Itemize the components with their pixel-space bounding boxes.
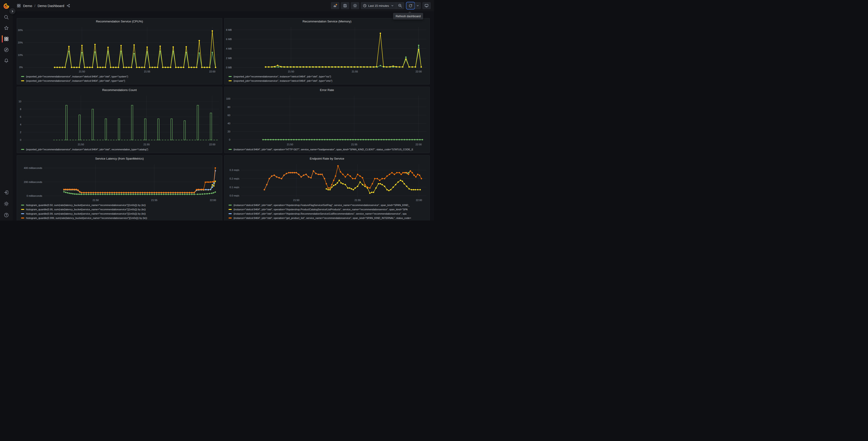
svg-text:21:55: 21:55 (151, 199, 157, 202)
sidebar-bottom-group (0, 190, 13, 218)
legend-item[interactable]: {instance="otelcol:9464", job="otel", op… (228, 203, 428, 207)
panel-title[interactable]: Service Latency (from SpanMetrics) (17, 155, 222, 162)
svg-text:0: 0 (20, 139, 21, 141)
chart-recommendation-cpu[interactable]: 0%10%20%30%21:5021:5522:00 (17, 25, 222, 74)
legend-label: {instance="otelcol:9464", job="otel", op… (234, 148, 413, 151)
svg-text:0 milliseconds: 0 milliseconds (27, 195, 42, 197)
svg-text:22:00: 22:00 (415, 143, 422, 146)
breadcrumb-root[interactable]: Demo (23, 4, 32, 8)
legend-swatch (228, 213, 232, 214)
svg-text:0.0 req/s: 0.0 req/s (230, 194, 239, 197)
legend-item[interactable]: histogram_quantile(0.50, sum(rate(latenc… (21, 203, 220, 207)
refresh-group (406, 2, 421, 9)
svg-text:20%: 20% (18, 41, 23, 44)
legend-item[interactable]: histogram_quantile(0.999, sum(rate(laten… (21, 216, 220, 220)
legend-item[interactable]: {exported_job="recommendationservice", i… (21, 79, 220, 83)
legend-label: {instance="otelcol:9464", job="otel", op… (234, 208, 408, 211)
legend-swatch (228, 209, 232, 210)
dashboard-settings-button[interactable] (351, 2, 359, 9)
help-icon (4, 212, 9, 217)
legend-label: {instance="otelcol:9464", job="otel", op… (234, 217, 411, 219)
svg-text:200 milliseconds: 200 milliseconds (24, 181, 42, 183)
legend: {instance="otelcol:9464", job="otel", op… (224, 147, 430, 153)
legend-item[interactable]: {exported_job="recommendationservice", i… (228, 74, 428, 79)
legend-label: {exported_job="recommendationservice", i… (234, 80, 332, 82)
legend-swatch (228, 217, 232, 218)
sidebar (0, 0, 13, 220)
svg-text:2: 2 (20, 131, 21, 134)
sidebar-item-sign-in[interactable] (0, 190, 13, 195)
refresh-tooltip: Refresh dashboard (393, 13, 423, 20)
legend-swatch (228, 76, 232, 77)
time-range-picker[interactable]: Last 15 minutes (361, 2, 396, 9)
sidebar-item-explore[interactable] (0, 47, 13, 53)
grafana-logo[interactable] (3, 3, 10, 9)
cycle-view-mode-button[interactable] (423, 2, 431, 9)
legend-item[interactable]: histogram_quantile(0.95, sum(rate(latenc… (21, 207, 220, 211)
sidebar-item-alerting[interactable] (0, 58, 13, 63)
sidebar-item-help[interactable] (0, 212, 13, 218)
sidebar-expand-button[interactable] (9, 8, 16, 14)
svg-text:21:50: 21:50 (93, 199, 99, 202)
apps-grid-icon[interactable] (17, 4, 21, 8)
legend-item[interactable]: histogram_quantile(0.99, sum(rate(latenc… (21, 211, 220, 216)
legend: {exported_job="recommendationservice", i… (17, 74, 222, 84)
refresh-interval-picker[interactable] (415, 2, 421, 9)
zoom-out-time-range-button[interactable] (396, 2, 404, 9)
time-picker-group: Last 15 minutes (361, 2, 404, 9)
add-panel-button[interactable] (331, 2, 339, 9)
svg-text:21:55: 21:55 (144, 70, 150, 73)
legend-item[interactable]: {instance="otelcol:9464", job="otel", op… (228, 147, 428, 151)
chart-service-latency[interactable]: 0 milliseconds200 milliseconds400 millis… (17, 162, 222, 202)
legend-item[interactable]: {instance="otelcol:9464", job="otel", op… (228, 216, 428, 220)
gear-icon (4, 201, 9, 206)
svg-text:100: 100 (226, 97, 230, 100)
panel-title[interactable]: Endpoint Rate by Service (224, 155, 430, 162)
legend-item[interactable]: {instance="otelcol:9464", job="otel", op… (228, 207, 428, 211)
legend-swatch (21, 209, 24, 210)
search-icon (4, 15, 9, 20)
svg-text:21:50: 21:50 (79, 70, 85, 73)
legend-item[interactable]: {instance="otelcol:9464", job="otel", op… (228, 211, 428, 216)
refresh-dashboard-button[interactable] (406, 2, 415, 9)
legend-item[interactable]: {exported_job="recommendationservice", i… (228, 79, 428, 83)
svg-text:0: 0 (229, 138, 230, 141)
breadcrumb: Demo / Demo Dashboard (17, 0, 70, 11)
legend-swatch (21, 76, 24, 77)
legend: {exported_job="recommendationservice", i… (224, 74, 430, 84)
compass-icon (4, 47, 9, 52)
chart-recommendation-memory[interactable]: 0 MB2 MB4 MB6 MB8 MB21:5021:5522:00 (224, 25, 430, 74)
bell-icon (4, 58, 9, 63)
svg-text:10: 10 (19, 100, 21, 103)
legend: {exported_job="recommendationservice", i… (17, 147, 222, 153)
panel-title[interactable]: Recommendations Count (17, 87, 222, 93)
legend-label: histogram_quantile(0.50, sum(rate(latenc… (26, 204, 146, 206)
svg-text:21:55: 21:55 (144, 143, 150, 146)
chart-error-rate[interactable]: 02040608010021:5021:5522:00 (224, 93, 430, 147)
chart-endpoint-rate[interactable]: 0.0 req/s0.1 req/s0.2 req/s0.3 req/s21:5… (224, 162, 430, 202)
svg-text:6: 6 (20, 115, 21, 118)
legend-swatch (228, 80, 232, 81)
sidebar-item-starred[interactable] (0, 25, 13, 31)
sidebar-item-configuration[interactable] (0, 201, 13, 206)
svg-text:0.3 req/s: 0.3 req/s (230, 169, 239, 171)
panel-title[interactable]: Error Rate (224, 87, 430, 93)
breadcrumb-current[interactable]: Demo Dashboard (37, 4, 64, 8)
dashboards-icon (4, 36, 9, 41)
svg-text:0 MB: 0 MB (226, 66, 232, 69)
toolbar: Last 15 minutes (331, 2, 431, 9)
legend-label: {instance="otelcol:9464", job="otel", op… (234, 204, 409, 206)
star-icon (4, 26, 9, 31)
sidebar-item-search[interactable] (0, 14, 13, 20)
panel-title[interactable]: Recommendation Service (CPU%) (17, 18, 222, 25)
legend-swatch (21, 80, 24, 81)
legend-item[interactable]: {exported_job="recommendationservice", i… (21, 147, 220, 151)
chart-recommendations-count[interactable]: 024681021:5021:5522:00 (17, 93, 222, 147)
sidebar-item-dashboards[interactable] (0, 36, 13, 42)
grafana-dashboard: Demo / Demo Dashboard (0, 0, 434, 220)
save-dashboard-button[interactable] (341, 2, 349, 9)
share-icon[interactable] (66, 4, 70, 7)
legend-item[interactable]: {exported_job="recommendationservice", i… (21, 74, 220, 79)
svg-text:21:55: 21:55 (354, 199, 361, 202)
svg-text:22:00: 22:00 (416, 199, 422, 202)
